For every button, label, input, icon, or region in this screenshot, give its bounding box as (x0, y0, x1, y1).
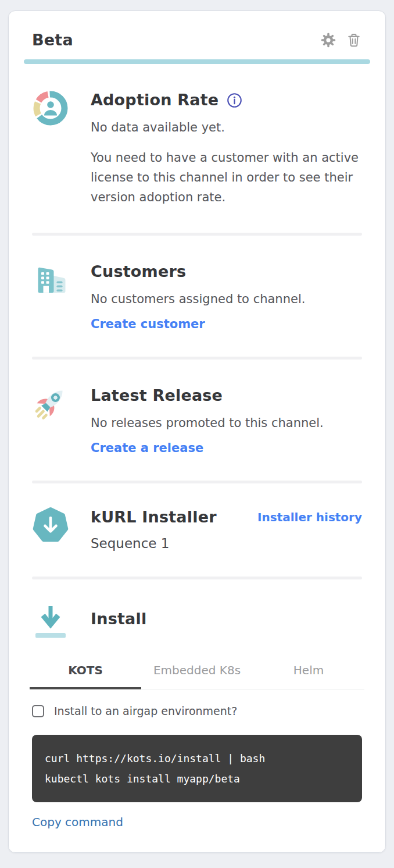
install-command-block: curl https://kots.io/install | bash kube… (32, 735, 362, 802)
latest-release-empty-text: No releases promoted to this channel. (91, 413, 362, 433)
adoption-empty-text: No data available yet. (91, 118, 362, 137)
installer-sequence: Sequence 1 (91, 536, 362, 551)
kurl-installer-section: kURL Installer Installer history Sequenc… (24, 483, 370, 577)
channel-accent-bar (24, 59, 370, 64)
command-line: curl https://kots.io/install | bash (45, 748, 349, 769)
customers-empty-text: No customers assigned to channel. (91, 289, 362, 309)
rocket-icon (32, 385, 69, 455)
latest-release-section: Latest Release No releases promoted to t… (24, 360, 370, 481)
card-header: Beta (24, 31, 370, 49)
customers-section: Customers No customers assigned to chann… (24, 236, 370, 357)
create-customer-link[interactable]: Create customer (91, 317, 205, 331)
delete-trash-icon[interactable] (346, 32, 362, 48)
info-icon[interactable] (227, 93, 242, 108)
copy-command-link[interactable]: Copy command (32, 815, 123, 829)
tab-embedded-k8s[interactable]: Embedded K8s (141, 656, 253, 689)
download-arrow-icon (32, 603, 69, 640)
tab-helm[interactable]: Helm (253, 656, 364, 689)
airgap-label: Install to an airgap environment? (54, 705, 237, 717)
header-actions (320, 32, 362, 48)
install-title: Install (91, 609, 146, 629)
tab-kots[interactable]: KOTS (30, 656, 141, 689)
command-line: kubectl kots install myapp/beta (45, 769, 349, 789)
kurl-installer-title: kURL Installer (91, 507, 217, 528)
customers-title: Customers (91, 261, 362, 282)
latest-release-title: Latest Release (91, 385, 362, 406)
buildings-icon (32, 261, 69, 331)
adoption-help-text: You need to have a customer with an acti… (91, 148, 359, 207)
install-tabs: KOTS Embedded K8s Helm (30, 656, 364, 689)
airgap-option-row: Install to an airgap environment? (32, 705, 362, 717)
adoption-rate-section: Adoption Rate No data available yet. You… (24, 64, 370, 233)
create-release-link[interactable]: Create a release (91, 441, 203, 455)
settings-gear-icon[interactable] (320, 32, 336, 48)
install-section-header: Install (24, 579, 370, 648)
installer-history-link[interactable]: Installer history (257, 510, 362, 524)
adoption-rate-title: Adoption Rate (91, 90, 219, 111)
adoption-donut-icon (32, 90, 69, 207)
channel-card: Beta (8, 10, 386, 853)
airgap-checkbox[interactable] (32, 705, 44, 717)
channel-title: Beta (32, 31, 73, 49)
heptagon-download-icon (32, 507, 69, 551)
